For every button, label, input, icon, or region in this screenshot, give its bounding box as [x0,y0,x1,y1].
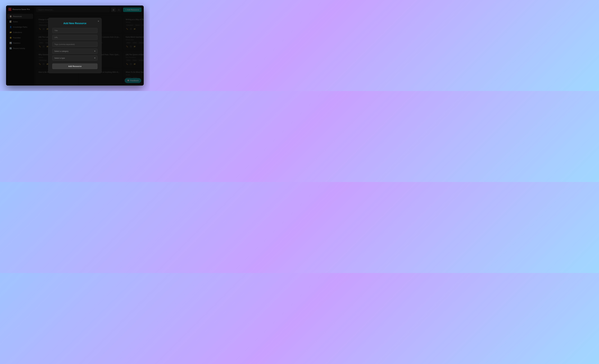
tags-input[interactable] [52,42,97,47]
app-window: 🔖 Resource Saver Pro 📋 Resources 📝 Notes… [6,6,144,86]
modal-title: Add New Resource [52,22,97,25]
main-content: ⊞ ☰ + Add Resource Change is the Only Co… [34,6,144,86]
type-select[interactable]: Select a type Article Video Podcast Book… [52,55,97,61]
category-field: Select a category Technology Health Care… [52,49,97,54]
add-resource-modal: Add New Resource × Select a category Tec… [48,18,102,73]
modal-submit-button[interactable]: Add Resource [52,63,97,69]
title-field [52,28,97,33]
modal-close-button[interactable]: × [98,20,99,22]
title-input[interactable] [52,28,97,33]
modal-overlay[interactable]: Add New Resource × Select a category Tec… [34,6,144,86]
type-field: Select a type Article Video Podcast Book… [52,55,97,61]
url-field [52,35,97,40]
category-select[interactable]: Select a category Technology Health Care… [52,49,97,54]
url-input[interactable] [52,35,97,40]
tags-field [52,42,97,47]
